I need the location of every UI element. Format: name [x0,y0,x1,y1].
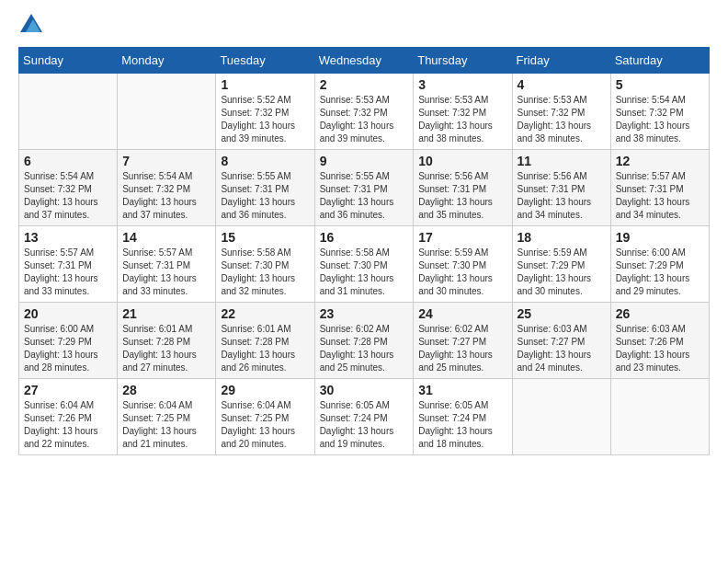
calendar-week-row: 6Sunrise: 5:54 AM Sunset: 7:32 PM Daylig… [19,150,710,226]
day-detail: Sunrise: 5:59 AM Sunset: 7:29 PM Dayligh… [518,247,606,298]
day-number: 8 [221,154,309,168]
calendar-cell: 26Sunrise: 6:03 AM Sunset: 7:26 PM Dayli… [610,303,709,379]
day-number: 27 [24,383,112,397]
day-detail: Sunrise: 5:57 AM Sunset: 7:31 PM Dayligh… [616,170,704,222]
day-number: 2 [320,77,409,92]
day-number: 31 [418,383,506,397]
calendar-cell: 21Sunrise: 6:01 AM Sunset: 7:28 PM Dayli… [118,303,216,379]
day-detail: Sunrise: 6:05 AM Sunset: 7:24 PM Dayligh… [320,399,409,451]
day-number: 20 [24,306,112,321]
header [18,14,710,38]
calendar-cell: 29Sunrise: 6:04 AM Sunset: 7:25 PM Dayli… [216,379,314,455]
calendar-cell: 11Sunrise: 5:56 AM Sunset: 7:31 PM Dayli… [512,150,610,226]
calendar-cell: 14Sunrise: 5:57 AM Sunset: 7:31 PM Dayli… [118,226,216,303]
day-number: 30 [320,383,409,397]
day-number: 1 [221,77,309,92]
weekday-header-saturday: Saturday [610,48,709,74]
calendar-cell: 9Sunrise: 5:55 AM Sunset: 7:31 PM Daylig… [314,150,414,226]
day-detail: Sunrise: 6:00 AM Sunset: 7:29 PM Dayligh… [24,323,112,374]
day-number: 19 [616,230,704,245]
calendar-cell: 4Sunrise: 5:53 AM Sunset: 7:32 PM Daylig… [512,74,610,150]
calendar-cell [19,74,118,150]
calendar-cell [512,379,610,455]
calendar-week-row: 27Sunrise: 6:04 AM Sunset: 7:26 PM Dayli… [19,379,710,455]
calendar-cell: 15Sunrise: 5:58 AM Sunset: 7:30 PM Dayli… [216,226,314,303]
calendar-cell: 18Sunrise: 5:59 AM Sunset: 7:29 PM Dayli… [512,226,610,303]
calendar-cell: 6Sunrise: 5:54 AM Sunset: 7:32 PM Daylig… [19,150,118,226]
day-detail: Sunrise: 6:01 AM Sunset: 7:28 PM Dayligh… [122,323,210,374]
weekday-header-thursday: Thursday [414,48,512,74]
day-number: 14 [122,230,210,245]
calendar-cell: 20Sunrise: 6:00 AM Sunset: 7:29 PM Dayli… [19,303,118,379]
calendar-cell: 8Sunrise: 5:55 AM Sunset: 7:31 PM Daylig… [216,150,314,226]
calendar-week-row: 13Sunrise: 5:57 AM Sunset: 7:31 PM Dayli… [19,226,710,303]
weekday-header-wednesday: Wednesday [314,48,414,74]
calendar-cell: 3Sunrise: 5:53 AM Sunset: 7:32 PM Daylig… [414,74,512,150]
day-number: 5 [616,77,704,92]
logo [18,14,42,38]
calendar-cell: 19Sunrise: 6:00 AM Sunset: 7:29 PM Dayli… [610,226,709,303]
day-detail: Sunrise: 5:54 AM Sunset: 7:32 PM Dayligh… [616,94,704,145]
weekday-header-friday: Friday [512,48,610,74]
calendar-cell: 30Sunrise: 6:05 AM Sunset: 7:24 PM Dayli… [314,379,414,455]
day-detail: Sunrise: 5:54 AM Sunset: 7:32 PM Dayligh… [24,170,112,222]
weekday-header-row: SundayMondayTuesdayWednesdayThursdayFrid… [19,48,710,74]
day-detail: Sunrise: 6:01 AM Sunset: 7:28 PM Dayligh… [221,323,309,374]
day-number: 11 [518,154,606,168]
calendar-cell: 1Sunrise: 5:52 AM Sunset: 7:32 PM Daylig… [216,74,314,150]
calendar-cell: 2Sunrise: 5:53 AM Sunset: 7:32 PM Daylig… [314,74,414,150]
day-number: 6 [24,154,112,168]
day-detail: Sunrise: 6:03 AM Sunset: 7:26 PM Dayligh… [616,323,704,374]
logo-text [18,14,42,38]
calendar-cell: 13Sunrise: 5:57 AM Sunset: 7:31 PM Dayli… [19,226,118,303]
day-number: 13 [24,230,112,245]
day-detail: Sunrise: 6:04 AM Sunset: 7:26 PM Dayligh… [24,399,112,451]
day-detail: Sunrise: 5:58 AM Sunset: 7:30 PM Dayligh… [320,247,409,298]
day-detail: Sunrise: 5:53 AM Sunset: 7:32 PM Dayligh… [320,94,409,145]
weekday-header-monday: Monday [118,48,216,74]
day-detail: Sunrise: 5:59 AM Sunset: 7:30 PM Dayligh… [418,247,506,298]
day-number: 18 [518,230,606,245]
calendar-cell: 28Sunrise: 6:04 AM Sunset: 7:25 PM Dayli… [118,379,216,455]
day-number: 22 [221,306,309,321]
day-detail: Sunrise: 5:55 AM Sunset: 7:31 PM Dayligh… [320,170,409,222]
day-number: 4 [518,77,606,92]
day-detail: Sunrise: 5:57 AM Sunset: 7:31 PM Dayligh… [24,247,112,298]
day-detail: Sunrise: 6:04 AM Sunset: 7:25 PM Dayligh… [122,399,210,451]
day-number: 24 [418,306,506,321]
calendar-cell [610,379,709,455]
day-detail: Sunrise: 5:58 AM Sunset: 7:30 PM Dayligh… [221,247,309,298]
calendar-cell: 23Sunrise: 6:02 AM Sunset: 7:28 PM Dayli… [314,303,414,379]
weekday-header-tuesday: Tuesday [216,48,314,74]
calendar-cell: 5Sunrise: 5:54 AM Sunset: 7:32 PM Daylig… [610,74,709,150]
calendar-cell: 31Sunrise: 6:05 AM Sunset: 7:24 PM Dayli… [414,379,512,455]
day-number: 29 [221,383,309,397]
calendar-week-row: 1Sunrise: 5:52 AM Sunset: 7:32 PM Daylig… [19,74,710,150]
logo-icon [20,14,42,32]
day-detail: Sunrise: 5:52 AM Sunset: 7:32 PM Dayligh… [221,94,309,145]
day-number: 12 [616,154,704,168]
day-detail: Sunrise: 5:54 AM Sunset: 7:32 PM Dayligh… [122,170,210,222]
day-detail: Sunrise: 6:03 AM Sunset: 7:27 PM Dayligh… [518,323,606,374]
day-number: 21 [122,306,210,321]
weekday-header-sunday: Sunday [19,48,118,74]
day-number: 28 [122,383,210,397]
day-detail: Sunrise: 6:02 AM Sunset: 7:27 PM Dayligh… [418,323,506,374]
calendar-container: SundayMondayTuesdayWednesdayThursdayFrid… [0,0,728,474]
calendar-cell: 22Sunrise: 6:01 AM Sunset: 7:28 PM Dayli… [216,303,314,379]
calendar-cell [118,74,216,150]
day-number: 25 [518,306,606,321]
calendar-table: SundayMondayTuesdayWednesdayThursdayFrid… [18,47,710,455]
day-detail: Sunrise: 5:53 AM Sunset: 7:32 PM Dayligh… [418,94,506,145]
day-detail: Sunrise: 6:00 AM Sunset: 7:29 PM Dayligh… [616,247,704,298]
day-number: 10 [418,154,506,168]
day-detail: Sunrise: 5:53 AM Sunset: 7:32 PM Dayligh… [518,94,606,145]
calendar-cell: 17Sunrise: 5:59 AM Sunset: 7:30 PM Dayli… [414,226,512,303]
day-detail: Sunrise: 5:55 AM Sunset: 7:31 PM Dayligh… [221,170,309,222]
day-number: 7 [122,154,210,168]
day-detail: Sunrise: 6:04 AM Sunset: 7:25 PM Dayligh… [221,399,309,451]
day-number: 16 [320,230,409,245]
day-detail: Sunrise: 6:05 AM Sunset: 7:24 PM Dayligh… [418,399,506,451]
calendar-cell: 7Sunrise: 5:54 AM Sunset: 7:32 PM Daylig… [118,150,216,226]
day-number: 3 [418,77,506,92]
